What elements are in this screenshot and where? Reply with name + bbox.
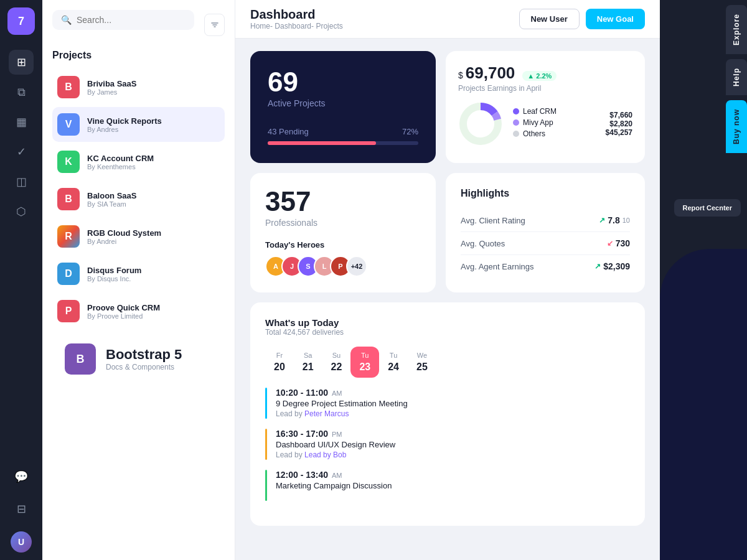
professionals-number: 357 <box>265 188 421 215</box>
project-item-proove[interactable]: P Proove Quick CRM By Proove Limited <box>52 294 225 329</box>
earnings-label: Projects Earnings in April <box>458 84 632 93</box>
project-name-vine: Vine Quick Reports <box>87 116 162 126</box>
event-lead-link-2[interactable]: Lead by Bob <box>304 450 346 459</box>
project-by-baloon: By SIA Team <box>87 200 136 208</box>
highlight-row-quotes: Avg. Quotes ↙ 730 <box>461 232 630 255</box>
main-content: Dashboard Home- Dashboard- Projects New … <box>235 0 660 560</box>
projects-title: Projects <box>52 50 225 61</box>
right-panel: Explore Help Buy now Report Cecnter <box>660 0 747 560</box>
search-input[interactable] <box>77 15 186 25</box>
project-name-rgb: RGB Cloud System <box>87 228 161 238</box>
highlight-row-earnings: Avg. Agent Earnings ↗ $2,309 <box>461 255 630 278</box>
sidebar-item-chat[interactable]: 💬 <box>9 464 34 489</box>
new-user-button[interactable]: New User <box>519 9 580 29</box>
project-icon-kc: K <box>57 151 80 173</box>
project-by-kc: By Keenthemes <box>87 163 154 170</box>
whatsup-title: What's up Today <box>265 317 630 328</box>
active-projects-label: Active Projects <box>268 98 418 108</box>
project-by-proove: By Proove Limited <box>87 312 160 320</box>
progress-bar-bg <box>268 141 418 145</box>
cal-day-25[interactable]: We 25 <box>408 347 436 378</box>
active-projects-number: 69 <box>268 68 418 96</box>
whatsup-card: What's up Today Total 424,567 deliveries… <box>250 302 645 526</box>
breadcrumb: Home- Dashboard- Projects <box>250 22 343 30</box>
event-bar-2 <box>265 429 267 460</box>
project-name-disqus: Disqus Forum <box>87 266 141 275</box>
sidebar-item-dashboard[interactable]: ⊞ <box>9 50 34 75</box>
project-name-kc: KC Account CRM <box>87 154 154 163</box>
event-lead-1: Lead by Peter Marcus <box>276 409 408 418</box>
cal-day-23[interactable]: Tu 23 <box>350 347 379 378</box>
earnings-currency: $ <box>458 70 463 80</box>
sidebar-icons: 7 ⊞ ⧉ ▦ ✓ ◫ ⬡ 💬 ⊟ U <box>0 0 42 560</box>
user-badge[interactable]: 7 <box>7 7 35 35</box>
event-time-3: 12:00 - 13:40 AM <box>276 470 392 480</box>
pending-label: 43 Pending <box>268 127 309 136</box>
projects-list: B Briviba SaaS By James V Vine Quick Rep… <box>52 70 225 329</box>
progress-pct: 72% <box>402 127 418 136</box>
sidebar-item-analytics[interactable]: ▦ <box>9 110 34 134</box>
sidebar-item-layers[interactable]: ⧉ <box>9 80 34 105</box>
highlights-title: Highlights <box>461 188 630 199</box>
cal-day-20[interactable]: Fr 20 <box>265 347 294 378</box>
sidebar-item-tasks[interactable]: ✓ <box>9 139 34 164</box>
heroes-avatars: A J S L P +42 <box>265 256 421 277</box>
project-item-vine[interactable]: V Vine Quick Reports By Andres <box>52 107 225 142</box>
bootstrap-icon: B <box>65 343 96 375</box>
explore-tab[interactable]: Explore <box>726 5 747 54</box>
bootstrap-card[interactable]: B Bootstrap 5 Docs & Components <box>52 331 225 387</box>
professionals-label: Professionals <box>265 218 421 228</box>
event-1: 10:20 - 11:00 AM 9 Degree Project Estima… <box>265 388 630 419</box>
project-item-disqus[interactable]: D Disqus Forum By Disqus Inc. <box>52 256 225 291</box>
progress-bar-fill <box>268 141 376 145</box>
project-item-briviba[interactable]: B Briviba SaaS By James <box>52 70 225 105</box>
sidebar-item-projects[interactable]: ⬡ <box>9 199 34 224</box>
dashboard-area: 69 Active Projects 43 Pending 72% $ 69,7… <box>235 39 660 560</box>
event-2: 16:30 - 17:00 PM Dashboard UI/UX Design … <box>265 429 630 460</box>
report-center-button[interactable]: Report Cecnter <box>674 199 741 217</box>
cal-day-24[interactable]: Tu 24 <box>379 347 408 378</box>
active-projects-card: 69 Active Projects 43 Pending 72% <box>250 51 436 163</box>
stats-row-2: 357 Professionals Today's Heroes A J S L… <box>250 173 645 292</box>
event-bar-3 <box>265 470 267 501</box>
whatsup-subtitle: Total 424,567 deliveries <box>265 328 630 337</box>
page-title: Dashboard <box>250 7 343 22</box>
event-time-2: 16:30 - 17:00 PM <box>276 429 395 439</box>
filter-button[interactable] <box>204 14 225 36</box>
event-desc-2: Dashboard UI/UX Design Review <box>276 440 395 449</box>
cal-day-21[interactable]: Sa 21 <box>294 347 322 378</box>
event-desc-1: 9 Degree Project Estimation Meeting <box>276 399 408 408</box>
projects-sidebar: 🔍 Projects B Briviba SaaS By James V Vin… <box>42 0 235 560</box>
project-by-vine: By Andres <box>87 126 162 133</box>
buynow-tab[interactable]: Buy now <box>726 100 747 153</box>
bootstrap-sub: Docs & Components <box>106 363 182 371</box>
sidebar-item-grid[interactable]: ⊟ <box>9 497 34 521</box>
event-time-1: 10:20 - 11:00 AM <box>276 388 408 398</box>
help-tab[interactable]: Help <box>726 59 747 95</box>
project-item-baloon[interactable]: B Baloon SaaS By SIA Team <box>52 182 225 217</box>
highlights-card: Highlights Avg. Client Rating ↗ 7.8 10 A… <box>446 173 645 292</box>
search-bar: 🔍 <box>52 10 194 30</box>
whatsup-row: What's up Today Total 424,567 deliveries… <box>250 302 645 526</box>
calendar-days: Fr 20 Sa 21 Su 22 Tu 23 <box>265 347 630 378</box>
new-goal-button[interactable]: New Goal <box>586 9 645 29</box>
cal-day-22[interactable]: Su 22 <box>322 347 351 378</box>
project-item-kc[interactable]: K KC Account CRM By Keenthemes <box>52 144 225 179</box>
earnings-leaf-amount: $7,660 <box>606 111 632 119</box>
dark-bg-section <box>660 249 747 560</box>
event-lead-link-1[interactable]: Peter Marcus <box>304 409 349 418</box>
project-name-briviba: Briviba SaaS <box>87 79 137 88</box>
project-item-rgb[interactable]: R RGB Cloud System By Andrei <box>52 219 225 254</box>
project-icon-proove: P <box>57 300 80 322</box>
project-icon-rgb: R <box>57 225 80 248</box>
earnings-badge: ▲ 2.2% <box>522 71 557 81</box>
highlight-rating-val: 7.8 <box>608 215 619 225</box>
event-lead-2: Lead by Lead by Bob <box>276 450 395 459</box>
heroes-label: Today's Heroes <box>265 240 421 250</box>
event-3: 12:00 - 13:40 AM Marketing Campaign Disc… <box>265 470 630 501</box>
earnings-card: $ 69,700 ▲ 2.2% Projects Earnings in Apr… <box>446 51 645 163</box>
bootstrap-title: Bootstrap 5 <box>106 347 182 363</box>
user-avatar[interactable]: U <box>11 531 32 553</box>
avatar-more: +42 <box>346 256 367 277</box>
sidebar-item-stack[interactable]: ◫ <box>9 169 34 194</box>
